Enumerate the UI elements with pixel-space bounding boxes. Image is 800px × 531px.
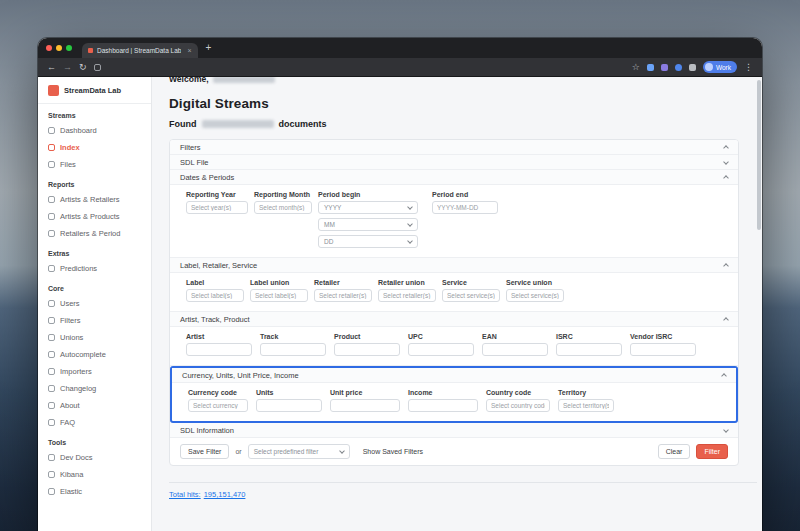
close-button[interactable]: [46, 45, 52, 51]
tab-close-icon[interactable]: ×: [187, 47, 191, 54]
service-union-input[interactable]: [506, 289, 564, 302]
forward-icon[interactable]: →: [63, 63, 72, 72]
artist-label: Artist: [186, 333, 252, 340]
sdl-file-section-header[interactable]: SDL File: [170, 155, 738, 170]
show-saved-filters-button[interactable]: Show Saved Filters: [356, 444, 430, 459]
reporting-year-input[interactable]: [186, 201, 248, 214]
artist-input[interactable]: [186, 343, 252, 356]
unions-icon: [48, 334, 55, 341]
label-input[interactable]: [186, 289, 244, 302]
found-documents-line: Found documents: [169, 119, 762, 129]
sidebar-item-dashboard[interactable]: Dashboard: [38, 122, 151, 139]
sidebar-item-about[interactable]: About: [38, 397, 151, 414]
save-filter-button[interactable]: Save Filter: [180, 444, 229, 459]
label-union-input[interactable]: [250, 289, 308, 302]
units-input[interactable]: [256, 399, 322, 412]
sidebar-item-artists-products[interactable]: Artists & Products: [38, 208, 151, 225]
filter-button[interactable]: Filter: [696, 444, 728, 459]
filters-card: Filters SDL File Dates & Periods: [169, 139, 739, 466]
total-hits-link[interactable]: Total hits: 195,151,470: [169, 490, 245, 499]
sidebar-item-unions[interactable]: Unions: [38, 329, 151, 346]
territory-input[interactable]: [558, 399, 614, 412]
sidebar-item-files[interactable]: Files: [38, 156, 151, 173]
brand-name: StreamData Lab: [64, 86, 121, 95]
new-tab-button[interactable]: +: [206, 43, 212, 53]
retailer-union-input[interactable]: [378, 289, 436, 302]
profile-button[interactable]: Work: [703, 61, 737, 73]
predictions-icon: [48, 265, 55, 272]
period-begin-year-select[interactable]: YYYY: [318, 201, 418, 214]
sidebar-section-tools: Tools: [38, 431, 151, 449]
profile-label: Work: [716, 64, 731, 71]
sidebar-item-index[interactable]: Index: [38, 139, 151, 156]
refresh-icon[interactable]: ↻: [79, 63, 87, 72]
window-controls: [46, 45, 72, 51]
minimize-button[interactable]: [56, 45, 62, 51]
scrollbar-thumb[interactable]: [757, 80, 761, 230]
sidebar-item-faq[interactable]: FAQ: [38, 414, 151, 431]
elastic-icon: [48, 488, 55, 495]
reporting-month-input[interactable]: [254, 201, 312, 214]
sidebar-item-artists-retailers[interactable]: Artists & Retailers: [38, 191, 151, 208]
artist-track-product-section-header[interactable]: Artist, Track, Product: [170, 312, 738, 327]
sidebar-item-filters[interactable]: Filters: [38, 312, 151, 329]
chevron-down-icon: [723, 427, 729, 433]
sidebar-item-retailers-period[interactable]: Retailers & Period: [38, 225, 151, 242]
browser-tab[interactable]: Dashboard | StreamData Lab ×: [82, 43, 198, 58]
sidebar-item-kibana[interactable]: Kibana: [38, 466, 151, 483]
results-divider: [169, 482, 757, 483]
currency-units-section-header[interactable]: Currency, Units, Unit Price, Income: [172, 368, 736, 383]
browser-toolbar: ← → ↻ ☆ Work ⋮: [38, 58, 762, 77]
faq-icon: [48, 419, 55, 426]
country-code-input[interactable]: [486, 399, 550, 412]
menu-kebab-icon[interactable]: ⋮: [744, 63, 753, 72]
vendor-isrc-input[interactable]: [630, 343, 696, 356]
puzzle-icon[interactable]: [689, 64, 696, 71]
product-input[interactable]: [334, 343, 400, 356]
isrc-input[interactable]: [556, 343, 622, 356]
zoom-button[interactable]: [66, 45, 72, 51]
country-code-label: Country code: [486, 389, 550, 396]
predefined-filter-select[interactable]: Select predefined filter: [248, 444, 350, 459]
bookmark-star-icon[interactable]: ☆: [632, 63, 640, 72]
extension-icon-blue[interactable]: [647, 64, 654, 71]
sdl-information-section-header[interactable]: SDL Information: [170, 423, 738, 438]
sidebar-item-users[interactable]: Users: [38, 295, 151, 312]
brand[interactable]: StreamData Lab: [38, 77, 151, 104]
retailer-input[interactable]: [314, 289, 372, 302]
dates-periods-section-header[interactable]: Dates & Periods: [170, 170, 738, 185]
extension-icon-circle[interactable]: [675, 64, 682, 71]
period-begin-month-select[interactable]: MM: [318, 218, 418, 231]
product-label: Product: [334, 333, 400, 340]
unit-price-input[interactable]: [330, 399, 400, 412]
period-end-input[interactable]: [432, 201, 498, 214]
ean-input[interactable]: [482, 343, 548, 356]
brand-logo-icon: [48, 85, 59, 96]
clear-button[interactable]: Clear: [658, 444, 691, 459]
income-input[interactable]: [408, 399, 478, 412]
sidebar-item-dev-docs[interactable]: Dev Docs: [38, 449, 151, 466]
label-label: Label: [186, 279, 244, 286]
page-scrollbar[interactable]: [756, 78, 761, 530]
track-input[interactable]: [260, 343, 326, 356]
extension-icon-purple[interactable]: [661, 64, 668, 71]
site-settings-icon[interactable]: [94, 64, 101, 71]
period-begin-day-select[interactable]: DD: [318, 235, 418, 248]
label-retailer-service-section-body: Label Label union Retailer Retailer: [170, 273, 738, 312]
service-input[interactable]: [442, 289, 500, 302]
artists-products-icon: [48, 213, 55, 220]
retailer-union-label: Retailer union: [378, 279, 436, 286]
sidebar-item-autocomplete[interactable]: Autocomplete: [38, 346, 151, 363]
chevron-up-icon: [721, 373, 727, 379]
label-retailer-service-section-header[interactable]: Label, Retailer, Service: [170, 258, 738, 273]
chevron-up-icon: [723, 145, 729, 151]
back-icon[interactable]: ←: [47, 63, 56, 72]
sidebar-item-predictions[interactable]: Predictions: [38, 260, 151, 277]
sidebar-item-elastic[interactable]: Elastic: [38, 483, 151, 500]
index-icon: [48, 144, 55, 151]
upc-input[interactable]: [408, 343, 474, 356]
sidebar-item-importers[interactable]: Importers: [38, 363, 151, 380]
sidebar-item-changelog[interactable]: Changelog: [38, 380, 151, 397]
currency-code-input[interactable]: [188, 399, 248, 412]
filters-section-header[interactable]: Filters: [170, 140, 738, 155]
